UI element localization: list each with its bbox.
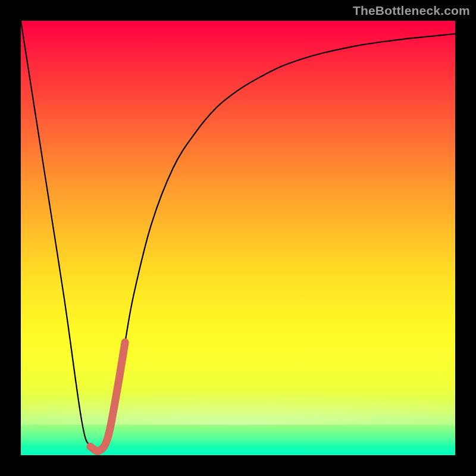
bottleneck-curve-path — [21, 21, 455, 452]
bottleneck-curve-svg — [21, 21, 455, 455]
plot-area — [21, 21, 455, 455]
watermark-text: TheBottleneck.com — [353, 4, 470, 18]
highlight-segment-path — [90, 342, 125, 451]
chart-frame: TheBottleneck.com — [0, 0, 476, 476]
